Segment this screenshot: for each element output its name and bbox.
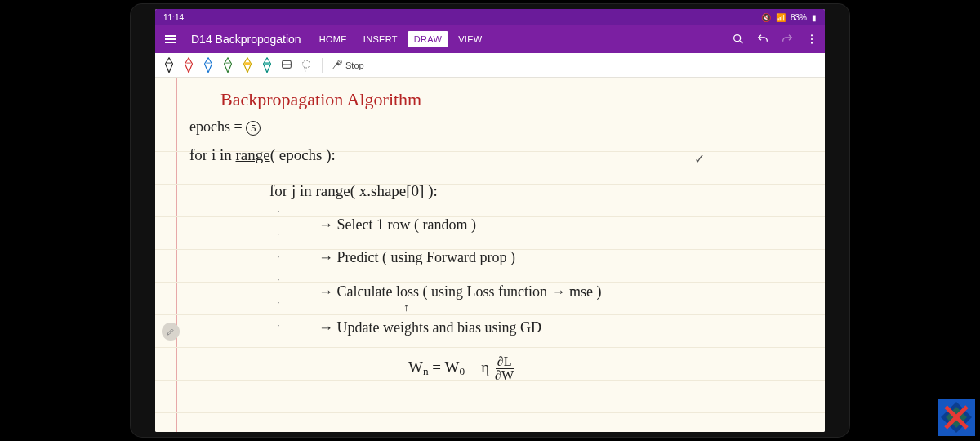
menu-icon[interactable] <box>162 32 180 47</box>
battery-label: 83% <box>791 13 807 22</box>
notebook-page[interactable]: Backpropagation Algorithm epochs = 5 for… <box>155 78 825 432</box>
status-time: 11:14 <box>163 13 184 22</box>
page-rule <box>155 314 825 315</box>
pen-blue[interactable] <box>201 57 216 74</box>
tab-view[interactable]: VIEW <box>452 31 488 47</box>
pen-green[interactable] <box>220 57 235 74</box>
overflow-icon[interactable] <box>805 33 818 46</box>
undo-icon[interactable] <box>756 33 769 46</box>
stop-inking-button[interactable]: Stop <box>331 60 364 71</box>
note-bullet-update: Update weights and bias using GD <box>318 319 541 336</box>
svg-point-0 <box>734 35 741 42</box>
tablet-frame: 11:14 🔇 📶 83% ▮ D14 Backpropogation HOME… <box>131 4 849 437</box>
pen-red[interactable] <box>181 57 196 74</box>
svg-point-7 <box>303 60 310 68</box>
stop-label: Stop <box>345 60 364 70</box>
note-uparrow: ↑ <box>403 301 409 314</box>
note-line-for-j: for j in range( x.shape[0] ): <box>270 182 438 200</box>
battery-icon: ▮ <box>812 13 817 22</box>
edit-fab[interactable] <box>162 323 180 341</box>
note-title: Backpropagation Algorithm <box>220 89 421 110</box>
app-screen: 11:14 🔇 📶 83% ▮ D14 Backpropogation HOME… <box>155 9 825 432</box>
tab-home[interactable]: HOME <box>313 31 354 47</box>
pen-black[interactable] <box>162 57 176 74</box>
document-title: D14 Backpropogation <box>191 33 301 46</box>
search-icon[interactable] <box>732 33 745 46</box>
note-formula: Wn = W0 − η ∂L∂W <box>408 355 515 382</box>
note-line-epochs: epochs = 5 <box>189 118 261 136</box>
svg-point-4 <box>811 42 813 44</box>
page-rule <box>155 282 825 283</box>
page-rule <box>155 216 825 217</box>
toolbar-separator <box>322 58 323 73</box>
stray-checkmark: ✓ <box>694 151 705 167</box>
redo-icon[interactable] <box>781 33 794 46</box>
page-margin-line <box>176 78 177 432</box>
android-status-bar: 11:14 🔇 📶 83% ▮ <box>155 9 825 25</box>
page-rule <box>155 184 825 185</box>
eraser-tool[interactable] <box>279 57 294 74</box>
pen-yellow[interactable] <box>240 57 255 74</box>
svg-point-2 <box>811 34 813 36</box>
mute-icon: 🔇 <box>761 13 771 22</box>
indent-dots: ······ <box>278 200 280 337</box>
note-bullet-select: Select 1 row ( random ) <box>318 216 476 234</box>
wifi-icon: 📶 <box>776 13 786 22</box>
lasso-tool[interactable] <box>299 57 314 74</box>
page-rule <box>155 347 825 348</box>
note-bullet-predict: Predict ( using Forward prop ) <box>318 249 515 266</box>
tab-insert[interactable]: INSERT <box>357 31 404 47</box>
svg-line-1 <box>740 41 742 43</box>
note-bullet-loss: Calculate loss ( using Loss function → m… <box>318 283 601 301</box>
ribbon-tabs: HOME INSERT DRAW VIEW <box>313 31 489 47</box>
draw-toolbar: Stop <box>155 53 825 78</box>
tab-draw[interactable]: DRAW <box>408 31 448 47</box>
video-watermark <box>938 399 975 436</box>
app-header: D14 Backpropogation HOME INSERT DRAW VIE… <box>155 25 825 53</box>
page-rule <box>155 412 825 413</box>
pen-teal[interactable] <box>260 57 274 74</box>
svg-point-3 <box>811 38 813 40</box>
note-line-for-i: for i in range( epochs ): <box>189 146 336 164</box>
